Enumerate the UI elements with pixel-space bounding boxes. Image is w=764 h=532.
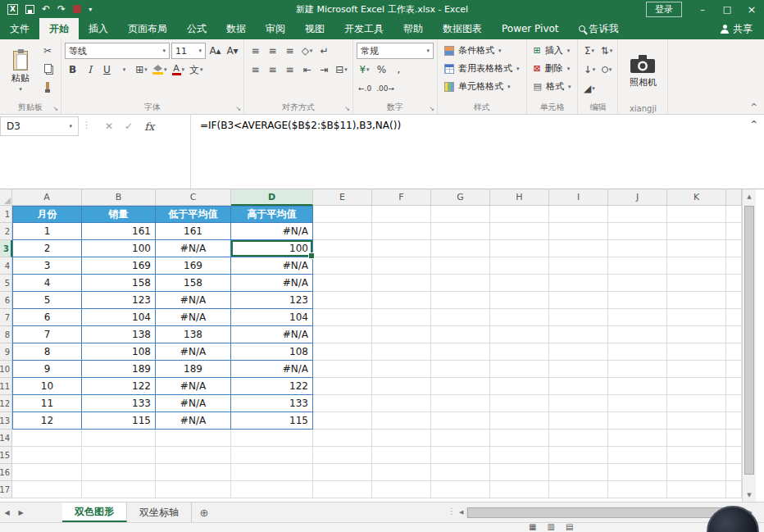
- cell-H17[interactable]: [490, 481, 549, 498]
- align-bottom-icon[interactable]: ≡: [282, 43, 298, 59]
- cut-icon[interactable]: ✂: [39, 43, 56, 58]
- cell-F6[interactable]: [372, 292, 431, 309]
- maximize-button[interactable]: □: [715, 0, 739, 18]
- cell-G10[interactable]: [431, 361, 490, 378]
- cell-B7[interactable]: 104: [82, 309, 156, 326]
- ribbon-tab-9[interactable]: 开发工具: [334, 18, 393, 39]
- minimize-button[interactable]: –: [690, 0, 715, 18]
- number-dialog-launcher-icon[interactable]: ↘: [429, 105, 434, 112]
- cell-I16[interactable]: [549, 464, 608, 481]
- align-center-icon[interactable]: ≡: [265, 61, 280, 78]
- cell-X16[interactable]: [726, 464, 742, 481]
- page-break-view-icon[interactable]: ▤: [566, 522, 573, 532]
- cell-A7[interactable]: 6: [12, 309, 82, 326]
- ribbon-tab-11[interactable]: 数据图表: [433, 18, 492, 39]
- cell-J3[interactable]: [608, 240, 667, 257]
- font-dialog-launcher-icon[interactable]: ↘: [235, 105, 241, 112]
- cell-C5[interactable]: 158: [156, 275, 231, 292]
- ribbon-tab-4[interactable]: 页面布局: [118, 18, 177, 39]
- cell-I4[interactable]: [549, 257, 608, 275]
- cell-J8[interactable]: [608, 326, 667, 343]
- sheet-tab-2[interactable]: 双坐标轴: [127, 502, 192, 522]
- cell-G6[interactable]: [431, 292, 490, 309]
- align-left-icon[interactable]: ≡: [248, 61, 263, 78]
- cell-B15[interactable]: [82, 447, 156, 464]
- cell-G3[interactable]: [431, 240, 490, 257]
- cell-B8[interactable]: 138: [82, 326, 156, 343]
- ribbon-tab-5[interactable]: 公式: [177, 18, 216, 39]
- select-all-corner[interactable]: [0, 189, 12, 206]
- cell-X5[interactable]: [726, 275, 742, 292]
- cell-B5[interactable]: 158: [82, 275, 156, 292]
- cell-A3[interactable]: 2: [12, 240, 82, 257]
- cell-C16[interactable]: [156, 464, 231, 481]
- cell-H12[interactable]: [490, 395, 549, 412]
- decrease-font-icon[interactable]: A▾: [225, 43, 240, 59]
- fill-button[interactable]: ↓ ▾: [581, 61, 597, 78]
- row-header-7[interactable]: 7: [0, 309, 12, 326]
- cell-G15[interactable]: [431, 447, 490, 464]
- cell-I15[interactable]: [549, 447, 608, 464]
- find-select-button[interactable]: ▾: [598, 61, 614, 78]
- sheet-bar-splitter[interactable]: ⋮: [448, 507, 456, 516]
- cell-D6[interactable]: 123: [231, 292, 313, 309]
- close-button[interactable]: ×: [739, 0, 764, 18]
- ribbon-tab-10[interactable]: 帮助: [393, 18, 433, 39]
- cell-A15[interactable]: [12, 447, 82, 464]
- delete-cells-button[interactable]: ⊠ 删除 ▾: [530, 60, 575, 77]
- borders-button[interactable]: ⊞ ▾: [134, 61, 149, 78]
- cell-G4[interactable]: [431, 257, 490, 275]
- collapse-ribbon-icon[interactable]: ^: [751, 102, 757, 111]
- vertical-scrollbar[interactable]: ▲ ▼: [742, 189, 756, 502]
- sort-filter-button[interactable]: ⇅ ▾: [598, 43, 614, 59]
- cell-E6[interactable]: [313, 292, 372, 309]
- cell-B6[interactable]: 123: [82, 292, 156, 309]
- cell-J2[interactable]: [608, 223, 667, 240]
- cell-H6[interactable]: [490, 292, 549, 309]
- autosum-button[interactable]: Σ ▾: [581, 43, 597, 59]
- col-header-E[interactable]: E: [313, 189, 372, 206]
- name-box-dropdown-icon[interactable]: ▾: [69, 123, 72, 130]
- cell-I12[interactable]: [549, 395, 608, 412]
- cell-G8[interactable]: [431, 326, 490, 343]
- fill-color-button[interactable]: ▾: [151, 61, 169, 78]
- cell-I9[interactable]: [549, 343, 608, 361]
- font-size-dropdown-icon[interactable]: ▾: [195, 48, 202, 54]
- increase-indent-icon[interactable]: ⇥: [316, 61, 332, 78]
- cell-X3[interactable]: [726, 240, 742, 257]
- row-header-10[interactable]: 10: [0, 361, 12, 378]
- sign-in-button[interactable]: 登录: [646, 2, 682, 17]
- undo-icon[interactable]: ↶: [42, 4, 50, 14]
- cell-B14[interactable]: [82, 430, 156, 447]
- share-button[interactable]: 共享: [709, 18, 764, 39]
- cell-I10[interactable]: [549, 361, 608, 378]
- cell-F16[interactable]: [372, 464, 431, 481]
- cell-K15[interactable]: [667, 447, 726, 464]
- cell-J11[interactable]: [608, 378, 667, 395]
- cell-C17[interactable]: [156, 481, 231, 498]
- increase-font-icon[interactable]: A▴: [207, 43, 223, 59]
- cell-G5[interactable]: [431, 275, 490, 292]
- cell-G13[interactable]: [431, 412, 490, 430]
- cell-E2[interactable]: [313, 223, 372, 240]
- underline-button[interactable]: U: [99, 61, 115, 78]
- cell-G11[interactable]: [431, 378, 490, 395]
- cell-D7[interactable]: 104: [231, 309, 313, 326]
- clear-button[interactable]: ◢ ▾: [581, 80, 597, 97]
- cell-I7[interactable]: [549, 309, 608, 326]
- paste-dropdown-icon[interactable]: ▾: [19, 86, 22, 93]
- cell-C8[interactable]: 138: [156, 326, 231, 343]
- cell-I8[interactable]: [549, 326, 608, 343]
- cell-J7[interactable]: [608, 309, 667, 326]
- cell-A9[interactable]: 8: [12, 343, 82, 361]
- cell-B4[interactable]: 169: [82, 257, 156, 275]
- cell-H10[interactable]: [490, 361, 549, 378]
- cell-X9[interactable]: [726, 343, 742, 361]
- cell-A16[interactable]: [12, 464, 82, 481]
- cell-D9[interactable]: 108: [231, 343, 313, 361]
- row-header-2[interactable]: 2: [0, 223, 12, 240]
- cell-A14[interactable]: [12, 430, 82, 447]
- ribbon-tab-12[interactable]: Power Pivot: [492, 18, 569, 39]
- formula-bar-handle[interactable]: ⋮: [82, 120, 91, 130]
- cell-D11[interactable]: 122: [231, 378, 313, 395]
